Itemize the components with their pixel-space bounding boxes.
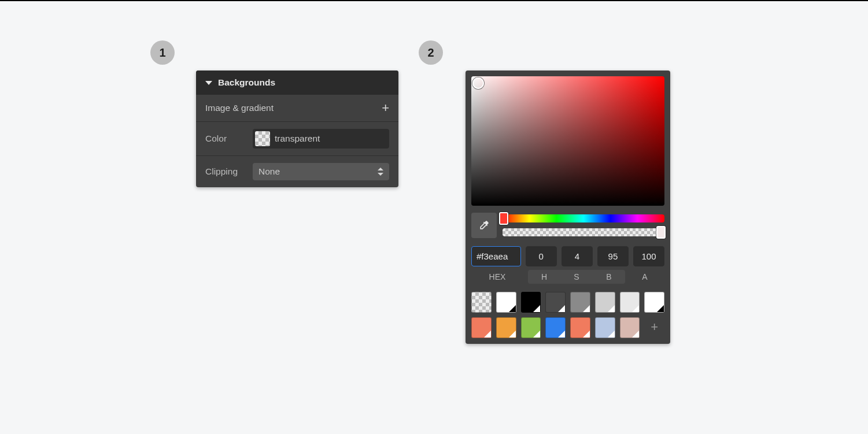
hsb-mode-toggle[interactable]: H S B	[528, 270, 625, 284]
swatch-grey[interactable]	[570, 292, 590, 313]
swatch-tan[interactable]	[620, 317, 640, 338]
transparent-swatch-icon	[255, 131, 270, 146]
alpha-input[interactable]: 100	[633, 246, 664, 266]
swatch-coral[interactable]	[471, 317, 492, 338]
step-badge-1: 1	[150, 40, 175, 65]
canvas: 1 2 Backgrounds Image & gradient + Color…	[0, 0, 868, 434]
clipping-label: Clipping	[205, 166, 246, 177]
color-label: Color	[205, 133, 246, 144]
select-caret-icon	[378, 168, 383, 176]
image-gradient-label: Image & gradient	[205, 103, 274, 113]
add-swatch-button[interactable]: +	[644, 317, 664, 337]
swatch-green[interactable]	[521, 317, 541, 338]
eyedropper-button[interactable]	[471, 213, 497, 238]
swatch-orange[interactable]	[496, 317, 516, 338]
saturation-input[interactable]: 4	[562, 246, 593, 266]
brightness-input[interactable]: 95	[597, 246, 629, 266]
alpha-thumb[interactable]	[656, 226, 666, 239]
color-row: Color transparent	[196, 121, 398, 155]
step-badge-2: 2	[419, 40, 443, 65]
s-label: S	[560, 270, 593, 284]
swatch-grey-light[interactable]	[595, 292, 615, 313]
clipping-select[interactable]: None	[253, 163, 389, 180]
swatch-white[interactable]	[496, 292, 516, 313]
hue-slider[interactable]	[503, 214, 664, 222]
b-label: B	[593, 270, 625, 284]
eyedropper-icon	[478, 220, 490, 231]
hex-input[interactable]: #f3eaea	[471, 246, 521, 266]
color-picker-panel: #f3eaea 0 4 95 100 HEX H S B A	[466, 71, 670, 344]
alpha-slider[interactable]	[503, 228, 664, 236]
swatch-grid: +	[471, 292, 664, 338]
swatch-grey-dark[interactable]	[545, 292, 566, 313]
color-value: transparent	[275, 133, 320, 144]
clipping-row: Clipping None	[196, 155, 398, 187]
swatch-black[interactable]	[521, 292, 541, 313]
color-input[interactable]: transparent	[253, 129, 389, 149]
swatch-blue[interactable]	[545, 317, 566, 338]
saturation-value-field[interactable]	[471, 76, 664, 206]
a-label: A	[630, 270, 660, 284]
hue-thumb[interactable]	[499, 212, 508, 225]
swatch-coral-2[interactable]	[570, 317, 590, 338]
image-gradient-row: Image & gradient +	[196, 95, 398, 121]
clipping-value: None	[258, 166, 280, 177]
hue-input[interactable]: 0	[526, 246, 557, 266]
hex-label: HEX	[471, 270, 523, 284]
backgrounds-panel: Backgrounds Image & gradient + Color tra…	[196, 71, 398, 187]
swatch-grey-lighter[interactable]	[620, 292, 640, 313]
backgrounds-header[interactable]: Backgrounds	[196, 71, 398, 95]
swatch-transparent[interactable]	[471, 292, 492, 313]
add-image-gradient-button[interactable]: +	[382, 102, 389, 114]
h-label: H	[528, 270, 560, 284]
collapse-icon	[205, 81, 212, 85]
swatch-white-2[interactable]	[644, 292, 664, 313]
swatch-lightblue[interactable]	[595, 317, 615, 338]
backgrounds-title: Backgrounds	[218, 77, 275, 88]
sv-thumb[interactable]	[472, 77, 484, 89]
